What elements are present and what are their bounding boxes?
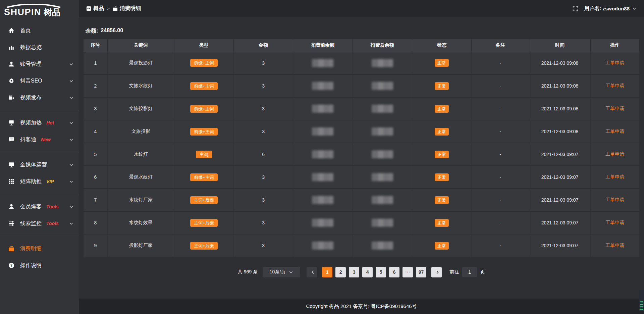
status-badge: 正常 [435, 128, 449, 136]
cell-amount: 3 [233, 97, 293, 120]
sidebar-item-矩阵助推[interactable]: 矩阵助推VIP [0, 173, 79, 190]
chevron-down-icon [69, 121, 73, 125]
sidebar-item-label: 视频发布 [20, 94, 42, 101]
ticket-apply-link[interactable]: 工单申请 [605, 106, 624, 111]
cell-index: 5 [84, 143, 107, 166]
ticket-apply-link[interactable]: 工单申请 [605, 243, 624, 248]
chevron-right-icon [435, 270, 440, 274]
next-page-button[interactable] [431, 267, 442, 277]
page-button-6[interactable]: 6 [389, 267, 399, 277]
cell-type: 主词+后缀 [174, 189, 233, 211]
sidebar-item-全媒体运营[interactable]: 全媒体运营 [0, 156, 79, 173]
breadcrumb-item-current[interactable]: 消费明细 [113, 5, 141, 12]
status-badge: 正常 [435, 82, 449, 90]
ticket-apply-link[interactable]: 工单申请 [605, 151, 624, 157]
camera-icon [8, 94, 15, 101]
breadcrumb-item-home[interactable]: 树品 [86, 5, 104, 12]
masked-value [312, 127, 333, 136]
cell-status: 正常 [412, 120, 471, 143]
page-button-97[interactable]: 97 [416, 267, 426, 277]
wallet-icon [113, 6, 118, 11]
status-badge: 正常 [435, 105, 449, 113]
cell-note: - [472, 211, 529, 234]
cell-balance-before [293, 74, 353, 97]
column-header: 状态 [412, 39, 471, 52]
sidebar-item-label: 抖客通 [20, 136, 36, 143]
ticket-apply-link[interactable]: 工单申请 [605, 220, 624, 225]
page-button-2[interactable]: 2 [335, 267, 346, 277]
sidebar-item-首页[interactable]: 首页 [0, 22, 79, 39]
ticket-apply-link[interactable]: 工单申请 [605, 83, 624, 88]
sidebar-item-账号管理[interactable]: 账号管理 [0, 56, 79, 72]
sidebar-item-线索监控[interactable]: 线索监控Tools [0, 215, 79, 232]
masked-value [372, 82, 393, 90]
masked-value [312, 196, 333, 204]
topbar-right: 用户名: zswodun88 [573, 5, 637, 12]
cell-action: 工单申请 [590, 143, 639, 166]
cell-keyword: 景观投影灯 [107, 52, 174, 74]
member-icon [8, 203, 15, 210]
table-row: 7水纹灯厂家主词+后缀3正常-2021-12-03 09:07工单申请 [84, 189, 639, 211]
page-buttons: 123456···97 [322, 267, 426, 277]
sidebar-item-抖音SEO[interactable]: 抖音SEO [0, 72, 79, 89]
goto-page-input[interactable] [462, 267, 477, 277]
sidebar-item-视频发布[interactable]: 视频发布 [0, 89, 79, 106]
monitor-icon [8, 161, 15, 168]
prev-page-button[interactable] [307, 267, 317, 277]
page-button-4[interactable]: 4 [362, 267, 373, 277]
page-button-3[interactable]: 3 [349, 267, 359, 277]
sidebar-divider [0, 194, 79, 194]
topbar: 树品 > 消费明细 用户名: zswodun88 [79, 0, 644, 17]
page-size-select[interactable]: 10条/页 [263, 267, 300, 277]
page-button-5[interactable]: 5 [376, 267, 386, 277]
chevron-down-icon [69, 221, 73, 226]
page-button-1[interactable]: 1 [322, 267, 332, 277]
cell-status: 正常 [412, 97, 471, 120]
masked-value [312, 82, 333, 90]
cell-balance-after [353, 211, 412, 234]
sidebar-item-label: 抖音SEO [20, 77, 42, 85]
fullscreen-icon[interactable] [573, 6, 578, 11]
column-header: 时间 [529, 39, 590, 52]
copyright-text: Copyright 树品 2021 备案号: 粤ICP备09019646号 [306, 303, 417, 310]
ticket-apply-link[interactable]: 工单申请 [605, 60, 624, 65]
sidebar-item-会员爆客[interactable]: 会员爆客Tools [0, 198, 79, 215]
type-tag: 主词+后缀 [190, 196, 218, 204]
goto-suffix: 页 [480, 269, 485, 275]
cell-balance-before [293, 234, 353, 257]
cell-index: 4 [84, 120, 107, 143]
cell-amount: 3 [233, 211, 293, 234]
username-label: 用户名: [584, 5, 601, 12]
type-tag: 前缀+主词 [190, 128, 218, 136]
sidebar-item-数据总览[interactable]: 数据总览 [0, 39, 79, 56]
sidebar-divider [0, 236, 79, 236]
cell-amount: 3 [233, 166, 293, 189]
ticket-apply-link[interactable]: 工单申请 [605, 174, 624, 179]
cell-type: 主词+后缀 [174, 211, 233, 234]
sidebar-item-抖客通[interactable]: 抖客通New [0, 131, 79, 148]
app-icon [86, 6, 91, 11]
sidebar-divider [0, 110, 79, 110]
cell-balance-before [293, 166, 353, 189]
sidebar-item-消费明细[interactable]: 消费明细 [0, 240, 79, 257]
column-header: 备注 [472, 39, 529, 52]
sidebar-item-视频加热[interactable]: 视频加热Hot [0, 114, 79, 131]
chevron-down-icon [69, 205, 73, 209]
breadcrumb-label: 消费明细 [120, 5, 141, 12]
ticket-apply-link[interactable]: 工单申请 [605, 197, 624, 202]
goto-page: 前往 页 [449, 267, 485, 277]
more-pages-button[interactable]: ··· [402, 267, 413, 277]
footer: Copyright 树品 2021 备案号: 粤ICP备09019646号 [79, 299, 644, 314]
sidebar-item-label: 视频加热 [20, 119, 42, 126]
cell-note: - [472, 143, 529, 166]
status-badge: 正常 [435, 242, 449, 250]
column-header: 金额 [233, 39, 293, 52]
ticket-apply-link[interactable]: 工单申请 [605, 128, 624, 134]
mini-console-widget [639, 290, 644, 311]
cell-type: 主词 [174, 143, 233, 166]
cell-time: 2021-12-03 09:07 [529, 166, 590, 189]
user-menu[interactable]: 用户名: zswodun88 [584, 5, 637, 12]
sidebar-item-操作说明[interactable]: ?操作说明 [0, 257, 79, 274]
cell-index: 6 [84, 166, 107, 189]
masked-value [372, 150, 393, 158]
